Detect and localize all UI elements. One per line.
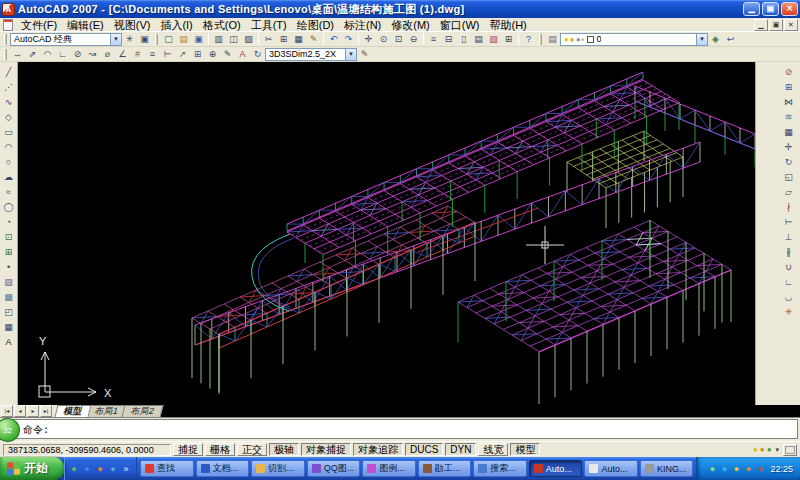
dim-ordinate-icon[interactable]: ∟ bbox=[55, 48, 70, 61]
zoom-realtime-icon[interactable]: ⊙ bbox=[376, 33, 391, 46]
layer-bulb-icon[interactable]: ● bbox=[564, 34, 569, 45]
tab-model[interactable]: 模型 bbox=[55, 405, 92, 417]
markup-manager-icon[interactable]: ▧ bbox=[486, 33, 501, 46]
task-word-doc[interactable]: 文档... bbox=[196, 460, 250, 477]
dim-jogged-icon[interactable]: ↝ bbox=[85, 48, 100, 61]
tray-browser-icon[interactable]: ● bbox=[730, 459, 742, 479]
draw-arc-icon[interactable]: ◠ bbox=[1, 140, 16, 155]
offset-icon[interactable]: ≋ bbox=[781, 110, 796, 125]
dim-baseline-icon[interactable]: ≡ bbox=[145, 48, 160, 61]
draw-xline-icon[interactable]: ⋰ bbox=[1, 80, 16, 95]
tab-prev-button[interactable]: ◂ bbox=[14, 405, 26, 417]
quickcalc-icon[interactable]: ⊞ bbox=[501, 33, 516, 46]
clean-screen-button[interactable] bbox=[783, 444, 797, 456]
draw-polyline-icon[interactable]: ∿ bbox=[1, 95, 16, 110]
make-block-icon[interactable]: ⊞ bbox=[1, 245, 16, 260]
toolbar-grip[interactable] bbox=[4, 49, 7, 60]
task-folder-cut[interactable]: 切割... bbox=[251, 460, 305, 477]
quicklaunch-msn-icon[interactable]: ● bbox=[68, 459, 80, 479]
toolbar-grip[interactable] bbox=[4, 34, 7, 45]
dim-style-dropdown[interactable]: 3D3SDim2.5_2X ▼ bbox=[265, 48, 357, 61]
menu-dimension[interactable]: 标注(N) bbox=[339, 18, 386, 32]
quick-dim-icon[interactable]: # bbox=[130, 48, 145, 61]
rotate-icon[interactable]: ↻ bbox=[781, 155, 796, 170]
fillet-icon[interactable]: ◡ bbox=[781, 290, 796, 305]
menu-help[interactable]: 帮助(H) bbox=[485, 18, 532, 32]
explode-icon[interactable]: ✳ bbox=[781, 305, 796, 320]
help-icon[interactable]: ? bbox=[521, 33, 536, 46]
task-qq-image[interactable]: QQ图... bbox=[307, 460, 361, 477]
open-icon[interactable]: ▤ bbox=[176, 33, 191, 46]
break-icon[interactable]: ∦ bbox=[781, 245, 796, 260]
quicklaunch-show-desktop-icon[interactable]: ● bbox=[107, 459, 119, 479]
dim-linear-icon[interactable]: ↔ bbox=[10, 48, 25, 61]
toggle-dyn[interactable]: DYN bbox=[445, 443, 476, 456]
extend-icon[interactable]: ⊢ bbox=[781, 215, 796, 230]
pan-icon[interactable]: ✛ bbox=[361, 33, 376, 46]
drawing-canvas[interactable]: Y X bbox=[18, 62, 755, 405]
toolpalettes-icon[interactable]: ▯ bbox=[456, 33, 471, 46]
draw-ellipse-arc-icon[interactable]: ◔ bbox=[1, 215, 16, 230]
redo-icon[interactable]: ↷ bbox=[341, 33, 356, 46]
modify-copy-icon[interactable]: ⊞ bbox=[781, 80, 796, 95]
mdi-minimize-button[interactable]: ▁ bbox=[754, 19, 768, 31]
task-qq-find[interactable]: 查找 bbox=[140, 460, 194, 477]
workspace-settings-icon[interactable]: ✳ bbox=[122, 33, 137, 46]
erase-icon[interactable]: ⊘ bbox=[781, 65, 796, 80]
dim-diameter-icon[interactable]: ⌀ bbox=[100, 48, 115, 61]
array-icon[interactable]: ▦ bbox=[781, 125, 796, 140]
properties-icon[interactable]: ≡ bbox=[426, 33, 441, 46]
chevron-down-icon[interactable]: ▼ bbox=[110, 34, 121, 45]
publish-icon[interactable]: ▨ bbox=[241, 33, 256, 46]
start-button[interactable]: 开始 bbox=[0, 457, 64, 480]
toolbar-grip[interactable] bbox=[539, 34, 542, 45]
status-lock-icon[interactable]: ● bbox=[760, 444, 765, 456]
make-object-layer-current-icon[interactable]: ◈ bbox=[708, 33, 723, 46]
workspace-dropdown[interactable]: AutoCAD 经典 ▼ bbox=[10, 33, 122, 46]
qnew-icon[interactable]: ▢ bbox=[161, 33, 176, 46]
toolbar-grip[interactable] bbox=[155, 34, 158, 45]
tolerance-icon[interactable]: ⊞ bbox=[190, 48, 205, 61]
zoom-window-icon[interactable]: ⊡ bbox=[391, 33, 406, 46]
mirror-icon[interactable]: ⋈ bbox=[781, 95, 796, 110]
task-legend-image[interactable]: 图例... bbox=[362, 460, 416, 477]
sheetset-manager-icon[interactable]: ▤ bbox=[471, 33, 486, 46]
layer-properties-icon[interactable]: ▤ bbox=[545, 33, 560, 46]
status-validate-icon[interactable]: ● bbox=[767, 444, 772, 456]
center-mark-icon[interactable]: ⊕ bbox=[205, 48, 220, 61]
layer-lock-icon[interactable]: ● bbox=[576, 34, 581, 45]
copy-icon[interactable]: ⊞ bbox=[276, 33, 291, 46]
plot-icon[interactable]: ▥ bbox=[211, 33, 226, 46]
tray-qq-icon[interactable]: ● bbox=[742, 459, 754, 479]
mtext-icon[interactable]: A bbox=[1, 335, 16, 350]
toggle-model[interactable]: 模型 bbox=[510, 443, 540, 456]
tray-input-icon[interactable]: ● bbox=[706, 459, 718, 479]
paste-icon[interactable]: ▦ bbox=[291, 33, 306, 46]
draw-circle-icon[interactable]: ○ bbox=[1, 155, 16, 170]
dim-arclength-icon[interactable]: ◠ bbox=[40, 48, 55, 61]
workspace-save-icon[interactable]: ▣ bbox=[137, 33, 152, 46]
table-icon[interactable]: ▦ bbox=[1, 320, 16, 335]
chevron-down-icon[interactable]: ▼ bbox=[345, 49, 356, 60]
dim-text-edit-icon[interactable]: A bbox=[235, 48, 250, 61]
toggle-snap[interactable]: 捕捉 bbox=[173, 443, 203, 456]
task-autocad-2[interactable]: Auto... bbox=[584, 460, 638, 477]
layer-dropdown[interactable]: ●●●▪ 0 ▼ bbox=[560, 33, 708, 46]
designcenter-icon[interactable]: ⊟ bbox=[441, 33, 456, 46]
toggle-osnap[interactable]: 对象捕捉 bbox=[301, 443, 351, 456]
maximize-button[interactable]: ▣ bbox=[762, 2, 779, 16]
toggle-polar[interactable]: 极轴 bbox=[269, 443, 299, 456]
menu-draw[interactable]: 绘图(D) bbox=[292, 18, 339, 32]
tray-fetion-icon[interactable]: ● bbox=[718, 459, 730, 479]
dim-edit-icon[interactable]: ✎ bbox=[220, 48, 235, 61]
undo-icon[interactable]: ↶ bbox=[326, 33, 341, 46]
task-search[interactable]: 搜索... bbox=[473, 460, 527, 477]
minimize-button[interactable]: ▁ bbox=[743, 2, 760, 16]
tab-next-button[interactable]: ▸ bbox=[27, 405, 39, 417]
close-button[interactable]: ✕ bbox=[781, 2, 798, 16]
scale-icon[interactable]: ◱ bbox=[781, 170, 796, 185]
join-icon[interactable]: ∪ bbox=[781, 260, 796, 275]
dim-angular-icon[interactable]: ∠ bbox=[115, 48, 130, 61]
layer-plot-icon[interactable]: ▪ bbox=[582, 34, 585, 45]
trim-icon[interactable]: ∤ bbox=[781, 200, 796, 215]
